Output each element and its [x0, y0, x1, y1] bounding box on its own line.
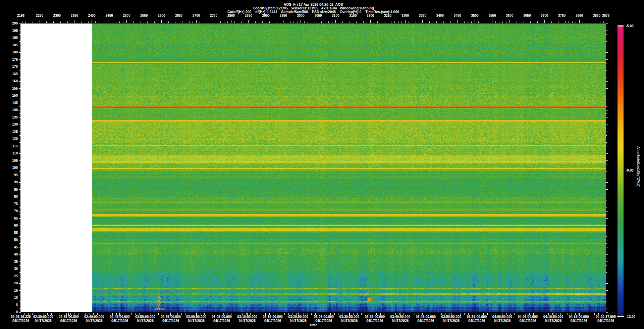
left-axis-tick: [19, 59, 20, 60]
left-axis-tick: [19, 254, 20, 255]
top-axis-tick: [214, 20, 214, 23]
top-axis-label: 2600: [154, 14, 169, 17]
left-axis-tick: [19, 269, 20, 269]
left-axis-tick: [19, 153, 20, 154]
left-axis-label: 195: [7, 29, 18, 33]
left-axis-label: 100: [7, 166, 18, 170]
right-axis-tick: [606, 88, 608, 89]
top-axis-minor-tick: [339, 21, 339, 23]
right-axis-tick: [606, 233, 608, 233]
top-axis-minor-tick: [252, 21, 252, 23]
left-axis-tick: [19, 204, 20, 204]
top-axis-tick: [370, 20, 371, 23]
left-axis-minor-tick: [19, 193, 20, 193]
top-axis-minor-tick: [603, 21, 604, 23]
bottom-axis-date-label: 04/17/2026: [591, 319, 621, 323]
top-axis-label: 2400: [85, 14, 99, 17]
right-axis-minor-tick: [606, 34, 607, 35]
left-axis-minor-tick: [19, 301, 20, 301]
left-axis-minor-tick: [19, 49, 20, 49]
right-axis-minor-tick: [606, 265, 607, 266]
left-axis-tick: [19, 290, 20, 291]
right-axis-minor-tick: [606, 179, 607, 179]
top-axis-minor-tick: [534, 21, 534, 23]
top-axis-minor-tick: [332, 21, 332, 23]
left-axis-label: 65: [7, 217, 18, 220]
bottom-axis-time-label: 04:15:00.000: [564, 315, 594, 319]
left-axis-tick: [19, 38, 20, 38]
right-axis-minor-tick: [606, 128, 607, 128]
top-axis-minor-tick: [593, 21, 593, 23]
left-axis-label: 70: [7, 209, 18, 213]
left-axis-label: 20: [7, 281, 18, 285]
top-axis-label: 3400: [433, 14, 447, 17]
colorbar: [618, 25, 624, 316]
left-axis-tick: [19, 52, 20, 53]
left-axis-minor-tick: [19, 34, 20, 35]
top-axis-tick: [353, 20, 353, 23]
left-axis-label: 110: [7, 151, 18, 155]
left-axis-tick: [19, 139, 20, 139]
top-axis-minor-tick: [419, 21, 419, 23]
top-axis-minor-tick: [85, 21, 85, 23]
left-axis-tick: [19, 226, 20, 226]
left-axis-label: 90: [7, 180, 18, 184]
top-axis-minor-tick: [384, 21, 384, 23]
top-axis-minor-tick: [447, 21, 447, 23]
top-axis-label: 2250: [32, 14, 47, 17]
left-axis-minor-tick: [19, 222, 20, 222]
right-axis-minor-tick: [606, 70, 607, 70]
left-axis-minor-tick: [19, 272, 20, 273]
left-axis-label: 0: [7, 310, 18, 314]
top-axis-tick: [562, 20, 562, 23]
top-axis-minor-tick: [471, 21, 472, 23]
top-axis-minor-tick: [175, 21, 175, 23]
top-axis-minor-tick: [106, 21, 106, 23]
top-axis-minor-tick: [203, 21, 203, 23]
right-axis-tick: [606, 290, 608, 291]
top-axis-minor-tick: [227, 21, 228, 23]
right-axis-tick: [606, 117, 608, 117]
left-axis-tick: [19, 276, 20, 276]
spectrogram-canvas[interactable]: [21, 23, 606, 312]
header-params-2: Cutoff(Hz):200 df(Hz):0.2441 Sample/Sec:…: [21, 10, 606, 14]
right-axis-minor-tick: [606, 142, 607, 143]
top-axis-minor-tick: [88, 21, 89, 23]
left-axis-label: 105: [7, 159, 18, 162]
top-axis-tick: [440, 20, 440, 23]
left-axis-minor-tick: [19, 128, 20, 128]
top-axis-minor-tick: [524, 21, 524, 23]
top-axis-minor-tick: [154, 21, 155, 23]
left-axis-label: 60: [7, 224, 18, 227]
right-axis-tick: [606, 52, 608, 53]
top-axis-minor-tick: [436, 21, 437, 23]
top-axis-label: 2350: [67, 14, 82, 17]
left-axis-tick: [19, 67, 20, 67]
right-axis-minor-tick: [606, 287, 607, 287]
top-axis-tick: [475, 20, 475, 23]
top-axis-minor-tick: [116, 21, 116, 23]
left-axis-label: 25: [7, 274, 18, 278]
left-axis-minor-tick: [19, 70, 20, 70]
top-axis-label: 3650: [520, 14, 534, 17]
left-axis-label: 30: [7, 267, 18, 271]
colorbar-tick-mid: -9.00: [626, 169, 643, 172]
colorbar-end-tick: [617, 316, 624, 317]
top-axis-minor-tick: [95, 21, 96, 23]
right-axis-tick: [606, 59, 608, 60]
left-axis-minor-tick: [19, 179, 20, 179]
top-axis-minor-tick: [308, 21, 308, 23]
left-axis-label: 125: [7, 130, 18, 134]
left-axis-minor-tick: [19, 113, 20, 114]
top-axis-tick: [109, 20, 109, 23]
top-axis-minor-tick: [151, 21, 151, 23]
left-axis-minor-tick: [19, 106, 20, 107]
top-axis-minor-tick: [416, 21, 416, 23]
right-axis-minor-tick: [606, 236, 607, 237]
left-axis-tick: [19, 182, 20, 183]
top-axis-tick: [597, 20, 597, 23]
top-axis-minor-tick: [569, 21, 569, 23]
top-axis-tick: [318, 20, 318, 23]
top-axis-minor-tick: [276, 21, 276, 23]
top-axis-minor-tick: [367, 21, 367, 23]
